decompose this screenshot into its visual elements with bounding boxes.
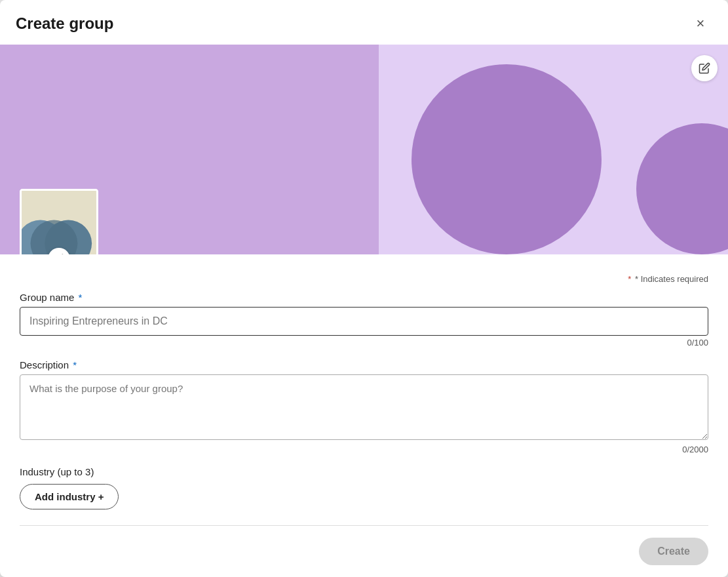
close-button[interactable]: ×: [689, 12, 712, 35]
description-label: Description *: [20, 359, 708, 370]
required-star: *: [628, 274, 631, 284]
description-group: Description * 0/2000: [20, 359, 708, 454]
create-button[interactable]: Create: [639, 538, 708, 565]
group-name-char-count: 0/100: [20, 338, 708, 348]
group-name-label: Group name *: [20, 292, 708, 303]
banner-circle-small: [636, 123, 728, 254]
edit-banner-button[interactable]: [691, 55, 718, 81]
industry-label: Industry (up to 3): [20, 466, 708, 477]
add-industry-button[interactable]: Add industry +: [20, 484, 119, 509]
close-icon: ×: [697, 15, 705, 32]
banner-background: [0, 45, 728, 254]
banner-area: [0, 45, 728, 254]
group-name-group: Group name * 0/100: [20, 292, 708, 348]
description-char-count: 0/2000: [20, 445, 708, 454]
form-area: * * Indicates required Group name * 0/10…: [0, 254, 728, 526]
group-name-input[interactable]: [20, 307, 708, 336]
description-required-star: *: [73, 359, 77, 370]
avatar-svg: [22, 191, 96, 254]
industry-group: Industry (up to 3) Add industry +: [20, 466, 708, 509]
pencil-icon: [54, 254, 64, 254]
avatar-image: [20, 189, 98, 254]
avatar-area: [20, 189, 98, 254]
required-note: * * Indicates required: [20, 274, 708, 284]
modal-header: Create group ×: [0, 0, 728, 45]
group-name-required-star: *: [79, 292, 83, 303]
modal-footer: Create: [0, 526, 728, 577]
modal-title: Create group: [16, 14, 113, 33]
create-group-modal: Create group ×: [0, 0, 728, 577]
banner-circle-large: [412, 64, 602, 254]
banner-right-panel: [379, 45, 728, 254]
description-textarea[interactable]: [20, 374, 708, 440]
pencil-icon: [699, 62, 710, 74]
